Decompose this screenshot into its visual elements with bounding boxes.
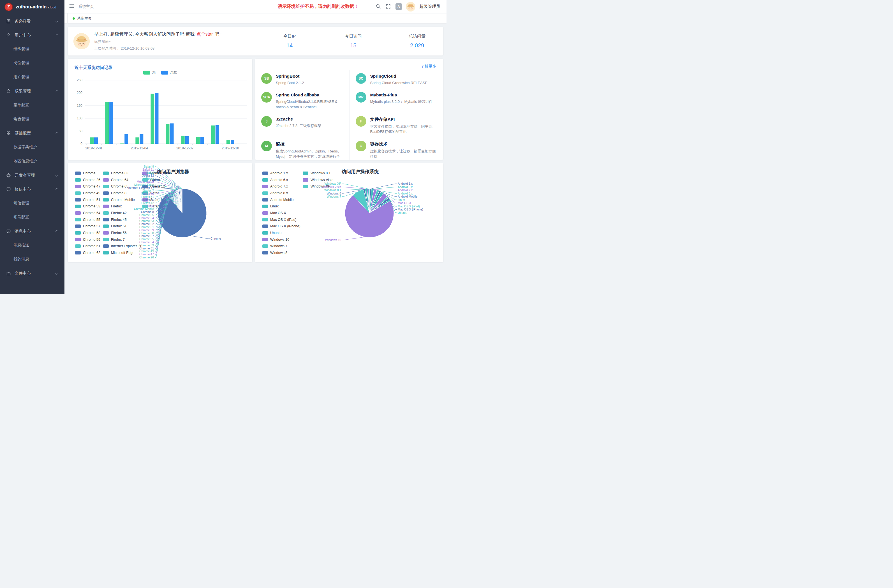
breadcrumb[interactable]: 系统主页	[78, 4, 94, 9]
sidebar-item-0[interactable]: 务必详看	[0, 14, 65, 28]
legend-item[interactable]: Chrome 63	[103, 170, 142, 177]
legend-item[interactable]: Chrome 58	[75, 230, 103, 236]
legend-item[interactable]: Opera 12	[142, 183, 176, 190]
legend-item[interactable]: Opera	[142, 177, 176, 183]
legend-swatch	[262, 251, 268, 254]
search-icon[interactable]	[375, 4, 382, 10]
more-link[interactable]: 了解更多	[421, 64, 436, 69]
legend-item[interactable]: Firefox 45	[103, 217, 142, 223]
legend-item[interactable]: Chrome 49	[75, 190, 103, 197]
sidebar-item-6[interactable]: 消息中心	[0, 224, 65, 238]
legend-item[interactable]: Ubuntu	[262, 230, 303, 236]
legend-item[interactable]: Firefox 7	[103, 236, 142, 243]
top-header: 系统主页 演示环境维护不易，请勿乱删乱改数据！ A 超级管理员	[65, 0, 446, 14]
sidebar-item-1[interactable]: 用户中心	[0, 28, 65, 42]
legend-item[interactable]: Android 6.x	[262, 177, 303, 183]
sidebar-subitem-1-0[interactable]: 组织管理	[0, 42, 65, 56]
main-column: 系统主页 演示环境维护不易，请勿乱删乱改数据！ A 超级管理员 系统主页	[65, 0, 446, 294]
sidebar-item-7[interactable]: 文件中心	[0, 266, 65, 280]
legend-item[interactable]: Windows Vista	[303, 177, 336, 183]
legend-swatch	[75, 211, 81, 215]
legend-item[interactable]: Android 8.x	[262, 190, 303, 197]
sidebar-subitem-label: 账号配置	[14, 215, 29, 220]
sidebar-subitem-5-0[interactable]: 短信管理	[0, 196, 65, 210]
legend-item[interactable]: Chrome 53	[75, 203, 103, 210]
legend-item[interactable]: Chrome 55	[75, 217, 103, 223]
star-link[interactable]: 点个star	[197, 32, 213, 36]
legend-item[interactable]: Firefox 56	[103, 230, 142, 236]
username[interactable]: 超级管理员	[419, 4, 440, 9]
sidebar-subitem-1-1[interactable]: 岗位管理	[0, 56, 65, 70]
legend-item[interactable]: Mac OS X (iPad)	[262, 217, 303, 223]
sidebar-item-5[interactable]: 短信中心	[0, 182, 65, 196]
legend-item[interactable]: Chrome 61	[75, 243, 103, 250]
app-logo[interactable]: Z zuihou-admin cloud	[0, 0, 65, 14]
legend-item[interactable]: Android 1.x	[262, 170, 303, 177]
sidebar-item-4[interactable]: 开发者管理	[0, 168, 65, 182]
legend-item[interactable]: Chrome 47	[75, 183, 103, 190]
legend-item[interactable]: Firefox	[103, 203, 142, 210]
bar-legend-item-0[interactable]: 您	[143, 70, 156, 75]
legend-item[interactable]: Microsoft Edge	[103, 250, 142, 256]
hamburger-icon[interactable]	[69, 3, 74, 10]
legend-item[interactable]: Safari 11	[142, 197, 176, 203]
legend-item[interactable]: Mobile Safari	[142, 170, 176, 177]
tech-title: 文件存储API	[370, 117, 437, 122]
legend-item[interactable]: Safari	[142, 190, 176, 197]
tab-home[interactable]: 系统主页	[67, 14, 97, 23]
sidebar-subitem-3-1[interactable]: 地区信息维护	[0, 154, 65, 168]
pie-label-Android 7.x: Android 7.x	[398, 188, 413, 192]
legend-item[interactable]: Windows 10	[262, 236, 303, 243]
legend-label: Windows Vista	[311, 178, 334, 182]
legend-item[interactable]: Windows XP	[303, 183, 336, 190]
fullscreen-icon[interactable]	[385, 4, 392, 10]
legend-item[interactable]: Chrome 26	[75, 177, 103, 183]
tech-grid: SBSpringBootSpring Boot 2.1.2SCSpringClo…	[255, 59, 443, 160]
user-avatar[interactable]	[406, 2, 415, 12]
legend-item[interactable]: Android Mobile	[262, 197, 303, 203]
sidebar-subitem-6-0[interactable]: 消息推送	[0, 238, 65, 252]
sidebar-item-2[interactable]: 权限管理	[0, 84, 65, 98]
sidebar-item-3[interactable]: 基础配置	[0, 126, 65, 140]
pie-slice-Safari 11	[181, 189, 182, 213]
sidebar-subitem-1-2[interactable]: 用户管理	[0, 70, 65, 84]
tech-desc: SpringCloudAlibaba2.1.0.RELEASE & nacos …	[276, 99, 343, 110]
pie-slice-Firefox 7	[178, 189, 182, 213]
legend-item[interactable]: Chrome 54	[75, 210, 103, 217]
legend-item[interactable]: Mac OS X (iPhone)	[262, 223, 303, 230]
legend-item[interactable]: Internet Explorer 11	[103, 243, 142, 250]
sidebar-subitem-label: 数据字典维护	[14, 144, 37, 150]
font-size-button[interactable]: A	[395, 3, 402, 10]
legend-item[interactable]: Safari 9	[142, 203, 176, 210]
legend-label: Windows 8	[270, 251, 287, 255]
legend-item[interactable]: Windows 7	[262, 243, 303, 250]
legend-item[interactable]: Chrome 59	[75, 236, 103, 243]
sidebar-subitem-3-0[interactable]: 数据字典维护	[0, 140, 65, 154]
tech-badge: F	[356, 116, 366, 127]
legend-item[interactable]: Chrome Mobile	[103, 197, 142, 203]
legend-item[interactable]: Mac OS X	[262, 210, 303, 217]
legend-item[interactable]: Chrome 57	[75, 223, 103, 230]
legend-swatch	[103, 224, 109, 228]
bar-legend-item-1[interactable]: 总数	[161, 70, 177, 75]
legend-item[interactable]: Firefox 51	[103, 223, 142, 230]
sidebar-item-label: 务必详看	[15, 18, 31, 24]
legend-item[interactable]: Chrome 62	[75, 250, 103, 256]
legend-item[interactable]: Chrome 64	[103, 177, 142, 183]
legend-item[interactable]: Android 7.x	[262, 183, 303, 190]
legend-item[interactable]: Firefox 42	[103, 210, 142, 217]
legend-label: Chrome 65	[111, 184, 128, 188]
tech-badge: SB	[261, 73, 272, 84]
sidebar-subitem-2-1[interactable]: 角色管理	[0, 112, 65, 126]
legend-item[interactable]: Windows 8	[262, 250, 303, 256]
legend-swatch	[103, 238, 109, 241]
legend-item[interactable]: Chrome 65	[103, 183, 142, 190]
legend-item[interactable]: Linux	[262, 203, 303, 210]
sidebar-subitem-2-0[interactable]: 菜单配置	[0, 98, 65, 112]
sidebar-subitem-5-1[interactable]: 账号配置	[0, 210, 65, 224]
legend-item[interactable]: Windows 8.1	[303, 170, 336, 177]
legend-item[interactable]: Chrome 8	[103, 190, 142, 197]
legend-item[interactable]: Chrome	[75, 170, 103, 177]
legend-item[interactable]: Chrome 51	[75, 197, 103, 203]
sidebar-subitem-6-1[interactable]: 我的消息	[0, 252, 65, 266]
